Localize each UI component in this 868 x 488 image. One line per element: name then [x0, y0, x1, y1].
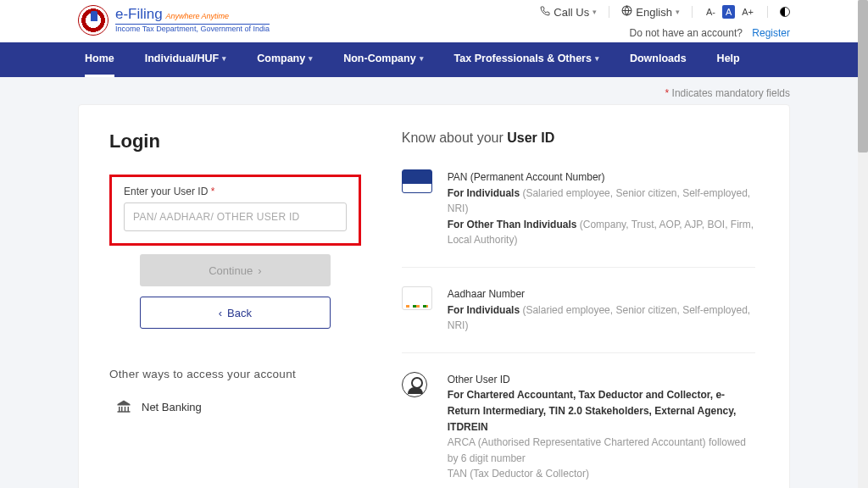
pan-title: PAN (Permanent Account Number) [448, 169, 755, 186]
chevron-down-icon: ▾ [309, 54, 313, 63]
login-heading: Login [109, 130, 361, 152]
call-us-dropdown[interactable]: Call Us ▾ [540, 6, 597, 19]
chevron-down-icon: ▾ [593, 8, 597, 16]
net-banking-label: Net Banking [142, 401, 202, 413]
chevron-down-icon: ▾ [420, 54, 424, 63]
mandatory-note: Indicates mandatory fields [672, 87, 790, 99]
chevron-down-icon: ▾ [595, 54, 599, 63]
user-id-input[interactable] [124, 202, 347, 231]
user-id-type-pan: PAN (Permanent Account Number) For Indiv… [402, 169, 755, 268]
aadhaar-title: Aadhaar Number [448, 286, 755, 302]
font-size-controls: A- A A+ [704, 5, 755, 19]
brand: e-Filing Anywhere Anytime Income Tax Dep… [78, 5, 270, 36]
emblem-logo [78, 5, 108, 36]
pan-card-icon [402, 169, 432, 193]
call-us-label: Call Us [554, 6, 589, 19]
other-user-icon [402, 372, 427, 397]
bank-icon [116, 399, 131, 414]
nav-help[interactable]: Help [717, 42, 740, 77]
nav-downloads[interactable]: Downloads [630, 42, 687, 77]
nav-individual-huf[interactable]: Individual/HUF▾ [145, 42, 227, 77]
nav-non-company[interactable]: Non-Company▾ [343, 42, 423, 77]
net-banking-option[interactable]: Net Banking [109, 399, 361, 414]
chevron-left-icon: ‹ [219, 307, 222, 319]
user-id-type-aadhaar: Aadhaar Number For Individuals (Salaried… [402, 286, 755, 353]
font-decrease-button[interactable]: A- [704, 6, 717, 18]
continue-button[interactable]: Continue › [140, 254, 331, 286]
globe-icon [621, 5, 632, 19]
nav-company[interactable]: Company▾ [257, 42, 313, 77]
other-ways-heading: Other ways to access your account [109, 368, 361, 380]
no-account-text: Do not have an account? [630, 27, 743, 39]
back-button[interactable]: ‹ Back [140, 297, 331, 329]
nav-tax-professionals[interactable]: Tax Professionals & Others▾ [454, 42, 599, 77]
language-dropdown[interactable]: English ▾ [621, 5, 680, 19]
user-id-type-other: Other User ID For Chartered Accountant, … [402, 372, 755, 488]
highlighted-user-id-section: Enter your User ID * [109, 175, 361, 246]
main-nav: Home Individual/HUF▾ Company▾ Non-Compan… [0, 42, 868, 77]
chevron-right-icon: › [258, 264, 261, 277]
chevron-down-icon: ▾ [676, 8, 680, 16]
other-title: Other User ID [448, 372, 755, 388]
page-scrollbar[interactable] [858, 0, 868, 488]
chevron-down-icon: ▾ [222, 54, 226, 63]
know-user-id-heading: Know about your User ID [402, 130, 755, 146]
brand-tagline: Anywhere Anytime [165, 12, 229, 20]
aadhaar-card-icon [402, 286, 432, 310]
phone-icon [540, 6, 550, 19]
register-link[interactable]: Register [752, 27, 790, 39]
brand-title: e-Filing [115, 6, 163, 22]
nav-home[interactable]: Home [85, 42, 114, 77]
scrollbar-thumb[interactable] [858, 0, 868, 152]
language-label: English [636, 6, 672, 19]
font-increase-button[interactable]: A+ [740, 6, 755, 18]
contrast-toggle[interactable] [780, 7, 790, 17]
brand-subtitle: Income Tax Department, Government of Ind… [115, 24, 270, 34]
user-id-label: Enter your User ID [124, 186, 208, 197]
font-default-button[interactable]: A [722, 5, 735, 19]
